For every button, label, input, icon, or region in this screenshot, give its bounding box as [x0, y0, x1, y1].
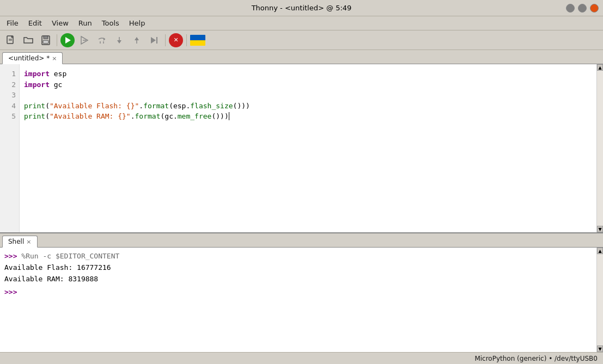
debug-icon: [79, 35, 90, 46]
shell-tab-close[interactable]: ×: [26, 238, 31, 245]
minimize-button[interactable]: [566, 4, 575, 13]
toolbar-separator-1: [57, 34, 57, 46]
open-file-button[interactable]: [21, 33, 36, 48]
save-file-icon: [40, 35, 51, 46]
code-line-1: import esp: [24, 69, 592, 79]
svg-rect-4: [44, 36, 48, 39]
svg-marker-12: [117, 40, 121, 44]
menu-run[interactable]: Run: [74, 18, 96, 28]
step-over-icon: [96, 35, 107, 46]
menu-edit[interactable]: Edit: [24, 18, 46, 28]
code-line-5: print("Available RAM: {}".format(gc.mem_…: [24, 111, 592, 122]
shell-scrollbar[interactable]: ▲ ▼: [596, 248, 603, 352]
shell-scroll-track[interactable]: [597, 254, 603, 346]
title-bar: Thonny - <untitled> @ 5:49: [0, 0, 603, 16]
scroll-track[interactable]: [597, 71, 603, 226]
code-line-4: print("Available Flash: {}".format(esp.f…: [24, 101, 592, 112]
shell-prompt-2: >>>: [4, 287, 21, 298]
shell-with-scroll: >>> %Run -c $EDITOR_CONTENT Available Fl…: [0, 248, 603, 352]
scroll-up-arrow[interactable]: ▲: [597, 64, 603, 71]
menu-file[interactable]: File: [2, 18, 23, 28]
ukraine-flag-icon: [190, 35, 205, 46]
shell-scroll-down[interactable]: ▼: [597, 346, 603, 352]
editor-tab-untitled[interactable]: <untitled> * ×: [2, 52, 63, 64]
step-into-icon: [114, 35, 125, 46]
code-editor[interactable]: import esp import gc print("Available Fl…: [20, 64, 596, 232]
shell-tab-label: Shell: [8, 238, 24, 245]
new-file-button[interactable]: [3, 33, 19, 48]
line-num-3: 3: [3, 90, 16, 101]
editor-tabs: <untitled> * ×: [0, 50, 603, 64]
svg-marker-8: [103, 38, 105, 41]
menu-view[interactable]: View: [47, 18, 73, 28]
open-file-icon: [23, 35, 34, 46]
shell-area: Shell × >>> %Run -c $EDITOR_CONTENT Avai…: [0, 232, 603, 352]
line-numbers: 1 2 3 4 5: [0, 64, 20, 232]
shell-tabs: Shell ×: [0, 233, 603, 248]
save-file-button[interactable]: [38, 33, 53, 48]
menu-help[interactable]: Help: [125, 18, 150, 28]
line-num-5: 5: [3, 111, 16, 122]
status-text: MicroPython (generic) • /dev/ttyUSB0: [474, 355, 598, 362]
resume-icon: [149, 35, 160, 46]
status-bar: MicroPython (generic) • /dev/ttyUSB0: [0, 352, 603, 364]
main-content: <untitled> * × 1 2 3 4 5 import esp impo…: [0, 50, 603, 352]
shell-tab[interactable]: Shell ×: [2, 236, 38, 248]
maximize-button[interactable]: [578, 4, 587, 13]
editor-with-scroll: 1 2 3 4 5 import esp import gc print("Av…: [0, 64, 603, 232]
shell-cmd-1: %Run -c $EDITOR_CONTENT: [21, 251, 119, 262]
line-num-2: 2: [3, 79, 16, 90]
shell-line-3: Available RAM: 8319888: [4, 274, 592, 285]
code-line-2: import gc: [24, 79, 592, 90]
svg-marker-14: [135, 37, 139, 40]
shell-output-2: Available RAM: 8319888: [4, 274, 98, 285]
editor-tab-close[interactable]: ×: [52, 55, 57, 62]
run-button[interactable]: [60, 33, 75, 47]
step-out-button[interactable]: [129, 33, 144, 48]
shell-output-1: Available Flash: 16777216: [4, 262, 111, 274]
line-num-4: 4: [3, 101, 16, 112]
line-num-1: 1: [3, 69, 16, 79]
stop-button[interactable]: ✕: [169, 33, 183, 47]
shell-content[interactable]: >>> %Run -c $EDITOR_CONTENT Available Fl…: [0, 248, 596, 352]
text-cursor: [229, 112, 229, 120]
shell-line-4: >>>: [4, 287, 592, 298]
shell-prompt-1: >>>: [4, 251, 21, 262]
close-button[interactable]: [590, 4, 599, 13]
window-controls: [566, 4, 599, 13]
scroll-down-arrow[interactable]: ▼: [597, 226, 603, 232]
new-file-icon: [5, 35, 16, 46]
toolbar-separator-3: [186, 34, 187, 46]
toolbar-separator-2: [165, 34, 166, 46]
window-title: Thonny - <untitled> @ 5:49: [252, 4, 352, 12]
shell-scroll-up[interactable]: ▲: [597, 248, 603, 254]
svg-rect-5: [43, 40, 48, 44]
editor-scrollbar[interactable]: ▲ ▼: [596, 64, 603, 232]
step-into-button[interactable]: [112, 33, 127, 48]
resume-button[interactable]: [147, 33, 162, 48]
code-line-3: [24, 90, 592, 101]
step-over-button[interactable]: [94, 33, 109, 48]
step-out-icon: [131, 35, 142, 46]
shell-line-2: Available Flash: 16777216: [4, 262, 592, 274]
shell-line-1: >>> %Run -c $EDITOR_CONTENT: [4, 251, 592, 262]
svg-marker-15: [151, 37, 156, 44]
debug-button[interactable]: [77, 33, 92, 48]
menu-bar: File Edit View Run Tools Help: [0, 16, 603, 30]
editor-area: <untitled> * × 1 2 3 4 5 import esp impo…: [0, 50, 603, 232]
toolbar: ✕: [0, 30, 603, 50]
menu-tools[interactable]: Tools: [98, 18, 124, 28]
editor-tab-label: <untitled> *: [8, 54, 50, 62]
